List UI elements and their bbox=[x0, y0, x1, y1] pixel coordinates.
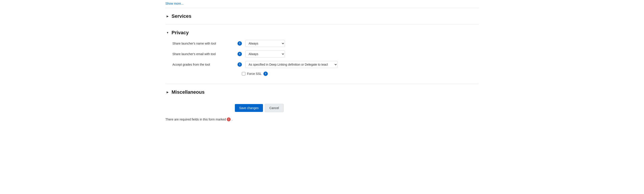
save-changes-button[interactable]: Save changes bbox=[235, 104, 263, 112]
share-email-label: Share launcher's email with tool bbox=[172, 52, 234, 56]
accept-grades-help-icon[interactable]: ? bbox=[238, 62, 242, 67]
required-notice-text: There are required fields in this form m… bbox=[166, 118, 226, 121]
share-name-label: Share launcher's name with tool bbox=[172, 42, 234, 45]
share-name-row: Share launcher's name with tool ? Always… bbox=[172, 40, 479, 47]
privacy-section-content: Share launcher's name with tool ? Always… bbox=[166, 37, 479, 80]
privacy-section-title: Privacy bbox=[172, 30, 189, 36]
show-more-link[interactable]: Show more... bbox=[166, 0, 184, 8]
required-icon: ! bbox=[227, 118, 231, 121]
share-email-select[interactable]: Always Never Ask user bbox=[246, 50, 285, 58]
services-section-header[interactable]: Services bbox=[166, 12, 479, 21]
privacy-section-header[interactable]: Privacy bbox=[166, 28, 479, 37]
share-email-row: Share launcher's email with tool ? Alway… bbox=[172, 50, 479, 58]
services-section: Services bbox=[166, 8, 479, 24]
services-chevron-icon bbox=[166, 14, 170, 18]
services-section-title: Services bbox=[172, 14, 192, 19]
share-email-help-icon[interactable]: ? bbox=[238, 52, 242, 56]
accept-grades-row: Accept grades from the tool ? As specifi… bbox=[172, 61, 479, 68]
share-name-select[interactable]: Always Never Ask user bbox=[246, 40, 285, 47]
privacy-section: Privacy Share launcher's name with tool … bbox=[166, 24, 479, 84]
privacy-chevron-icon bbox=[166, 30, 170, 35]
miscellaneous-section-header[interactable]: Miscellaneous bbox=[166, 88, 479, 97]
force-ssl-help-icon[interactable]: ? bbox=[264, 72, 268, 76]
required-notice: There are required fields in this form m… bbox=[166, 116, 479, 123]
accept-grades-label: Accept grades from the tool bbox=[172, 63, 234, 66]
force-ssl-checkbox[interactable] bbox=[242, 72, 246, 76]
force-ssl-row: Force SSL ? bbox=[242, 72, 479, 76]
required-notice-suffix: . bbox=[232, 118, 232, 121]
miscellaneous-chevron-icon bbox=[166, 90, 170, 94]
action-buttons-row: Save changes Cancel bbox=[235, 100, 479, 116]
miscellaneous-section-title: Miscellaneous bbox=[172, 89, 204, 95]
force-ssl-label: Force SSL bbox=[247, 72, 262, 76]
miscellaneous-section: Miscellaneous bbox=[166, 84, 479, 100]
cancel-button[interactable]: Cancel bbox=[265, 104, 284, 112]
share-name-help-icon[interactable]: ? bbox=[238, 41, 242, 46]
accept-grades-select[interactable]: As specified in Deep Linking definition … bbox=[246, 61, 338, 68]
